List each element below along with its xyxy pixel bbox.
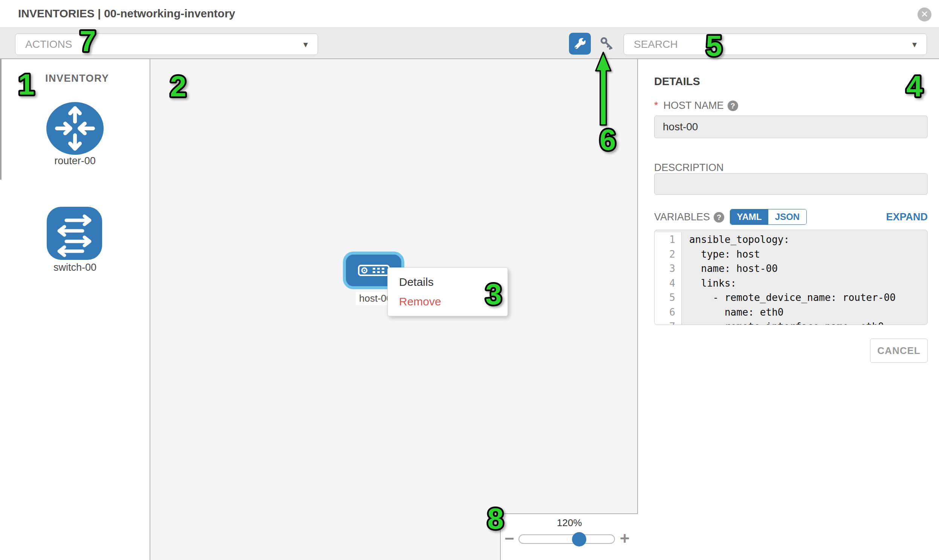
annotation-arrow-up-icon — [594, 51, 614, 127]
line-number: 2 — [655, 247, 682, 262]
palette-item-router[interactable] — [46, 102, 103, 156]
code-text: links: — [682, 276, 736, 291]
description-label-text: DESCRIPTION — [654, 162, 724, 174]
cancel-button[interactable]: CANCEL — [870, 338, 928, 363]
toolbar: ACTIONS ▾ SEARCH ▾ — [0, 27, 939, 59]
details-panel: DETAILS * HOST NAME ? DESCRIPTION VARIAB… — [638, 59, 939, 560]
line-number: 3 — [655, 262, 682, 276]
line-number: 1 — [655, 232, 682, 247]
actions-dropdown-label: ACTIONS — [15, 38, 72, 51]
tab-json[interactable]: JSON — [768, 209, 806, 225]
actions-dropdown[interactable]: ACTIONS ▾ — [15, 34, 318, 55]
chevron-down-icon: ▾ — [912, 39, 917, 50]
zoom-control: 120% − + — [500, 513, 638, 560]
variables-label-row: VARIABLES ? — [654, 211, 724, 223]
line-number: 6 — [655, 305, 682, 320]
svg-text:6: 6 — [600, 124, 616, 156]
code-text: remote_interface_name: eth0 — [682, 319, 884, 325]
annotation-badge-4: 4 — [901, 71, 928, 102]
svg-text:7: 7 — [80, 26, 96, 57]
search-placeholder: SEARCH — [624, 38, 678, 51]
zoom-percent-label: 120% — [501, 517, 638, 529]
host-name-label-row: * HOST NAME ? — [654, 100, 738, 111]
variables-code-editor[interactable]: 1 ansible_topology: 2 type: host 3 name:… — [654, 230, 928, 325]
palette-scrollbar[interactable] — [0, 59, 2, 180]
zoom-slider-thumb[interactable] — [572, 532, 586, 546]
inventory-topology-app: INVENTORIES | 00-networking-inventory ✕ … — [0, 0, 939, 560]
host-name-field[interactable] — [654, 115, 928, 138]
line-number: 7 — [655, 319, 682, 325]
code-text: ansible_topology: — [682, 232, 789, 247]
zoom-in-button[interactable]: + — [620, 529, 630, 548]
code-line: 1 ansible_topology: — [655, 230, 927, 247]
variables-format-toggle: YAML JSON — [730, 209, 807, 225]
palette-item-switch[interactable] — [47, 207, 102, 262]
tab-yaml[interactable]: YAML — [730, 209, 768, 225]
description-label: DESCRIPTION — [654, 162, 724, 174]
annotation-badge-5: 5 — [701, 30, 727, 62]
help-icon[interactable]: ? — [714, 212, 724, 223]
host-icon — [358, 265, 390, 276]
variables-label: VARIABLES — [654, 211, 710, 223]
annotation-badge-3: 3 — [480, 279, 507, 310]
inventory-heading: INVENTORY — [45, 73, 109, 85]
svg-text:8: 8 — [487, 503, 503, 535]
wrench-tool-button[interactable] — [569, 33, 591, 55]
details-panel-title: DETAILS — [654, 75, 700, 88]
key-tool-button[interactable] — [598, 35, 616, 52]
router-icon — [46, 102, 103, 155]
zoom-slider[interactable] — [518, 534, 615, 544]
code-line: 6 name: eth0 — [655, 305, 927, 320]
help-icon[interactable]: ? — [728, 100, 738, 111]
switch-icon — [47, 207, 102, 260]
wrench-icon — [573, 37, 587, 51]
line-number: 5 — [655, 290, 682, 305]
code-line: 3 name: host-00 — [655, 262, 927, 276]
variables-row: VARIABLES ? YAML JSON EXPAND — [654, 209, 928, 226]
annotation-badge-1: 1 — [13, 69, 40, 100]
chevron-down-icon: ▾ — [303, 39, 308, 50]
annotation-badge-2: 2 — [165, 71, 191, 102]
description-field[interactable] — [654, 173, 928, 195]
code-line: 2 type: host — [655, 247, 927, 262]
expand-link[interactable]: EXPAND — [886, 211, 928, 223]
required-asterisk: * — [654, 100, 658, 111]
code-text: - remote_device_name: router-00 — [682, 290, 896, 305]
close-icon[interactable]: ✕ — [917, 8, 931, 22]
inventory-palette: INVENTORY router-00 — [0, 59, 150, 560]
svg-text:4: 4 — [906, 71, 922, 102]
svg-text:3: 3 — [485, 279, 501, 310]
code-text: name: eth0 — [682, 305, 783, 320]
key-icon — [599, 35, 615, 52]
code-text: name: host-00 — [682, 262, 778, 276]
code-text: type: host — [682, 247, 760, 262]
page-title: INVENTORIES | 00-networking-inventory — [18, 0, 235, 27]
annotation-badge-6: 6 — [595, 124, 621, 156]
code-line: 5 - remote_device_name: router-00 — [655, 290, 927, 305]
svg-text:1: 1 — [18, 69, 34, 100]
code-line: 7 remote_interface_name: eth0 — [655, 319, 927, 325]
line-number: 4 — [655, 276, 682, 291]
annotation-badge-7: 7 — [75, 26, 101, 57]
palette-item-label: switch-00 — [37, 262, 113, 274]
code-line: 4 links: — [655, 276, 927, 291]
svg-text:5: 5 — [706, 30, 722, 62]
host-name-label: HOST NAME — [663, 100, 724, 111]
palette-item-label: router-00 — [37, 155, 113, 167]
svg-text:2: 2 — [170, 71, 186, 102]
annotation-badge-8: 8 — [482, 503, 509, 535]
header: INVENTORIES | 00-networking-inventory ✕ — [0, 0, 939, 27]
topology-canvas[interactable]: host-00 Details Remove 120% − + — [150, 59, 638, 560]
search-dropdown[interactable]: SEARCH ▾ — [624, 34, 927, 55]
